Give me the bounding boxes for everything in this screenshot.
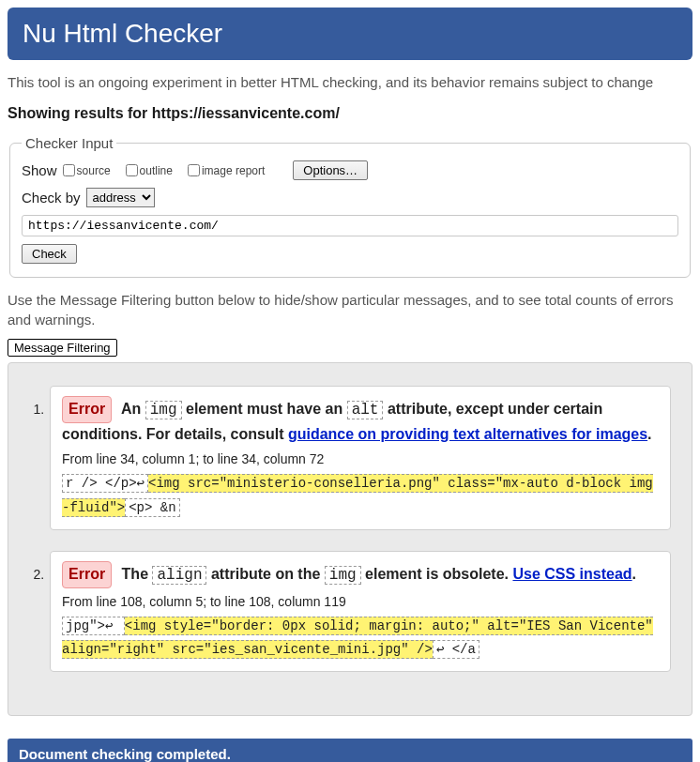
source-checkbox[interactable] <box>63 164 75 176</box>
show-row: Show source outline image report Options… <box>22 160 678 180</box>
message-location: From line 108, column 5; to line 108, co… <box>62 594 659 609</box>
check-button[interactable]: Check <box>22 244 77 264</box>
page-title-bar: Nu Html Checker <box>8 8 692 60</box>
show-label: Show <box>22 162 57 178</box>
message-extract: r /> </p>↩<img src="ministerio-conseller… <box>62 472 659 519</box>
image-report-checkbox-wrap[interactable]: image report <box>188 164 265 177</box>
page-title: Nu Html Checker <box>23 19 222 48</box>
error-badge: Error <box>62 396 112 423</box>
url-input[interactable] <box>22 215 678 236</box>
outline-checkbox-label: outline <box>140 164 173 177</box>
filter-help: Use the Message Filtering button below t… <box>8 291 692 329</box>
message-item: Error The align attribute on the img ele… <box>48 551 671 672</box>
code-token: alt <box>347 401 384 419</box>
check-by-label: Check by <box>22 190 81 206</box>
message-title: Error An img element must have an alt at… <box>62 396 659 447</box>
message-location: From line 34, column 1; to line 34, colu… <box>62 451 659 466</box>
source-checkbox-label: source <box>77 164 111 177</box>
outline-checkbox-wrap[interactable]: outline <box>126 164 173 177</box>
code-token: img <box>325 566 361 585</box>
options-button[interactable]: Options… <box>293 160 368 180</box>
error-badge: Error <box>62 561 112 588</box>
source-checkbox-wrap[interactable]: source <box>63 164 111 177</box>
image-report-checkbox-label: image report <box>202 164 265 177</box>
message-title: Error The align attribute on the img ele… <box>62 561 659 588</box>
checker-legend: Checker Input <box>22 135 116 151</box>
message-item: Error An img element must have an alt at… <box>48 386 671 530</box>
check-row: Check <box>22 244 678 264</box>
url-row <box>22 215 678 236</box>
results-panel: Error An img element must have an alt at… <box>8 362 692 716</box>
guidance-link[interactable]: Use CSS instead <box>512 566 632 582</box>
checker-input-fieldset: Checker Input Show source outline image … <box>9 135 691 278</box>
outline-checkbox[interactable] <box>126 164 138 176</box>
message-box: Error The align attribute on the img ele… <box>50 551 671 672</box>
code-token: img <box>145 401 182 419</box>
results-heading: Showing results for https://iessanvicent… <box>8 105 692 122</box>
guidance-link[interactable]: guidance on providing text alternatives … <box>288 426 647 442</box>
message-box: Error An img element must have an alt at… <box>50 386 671 530</box>
message-list: Error An img element must have an alt at… <box>42 386 671 672</box>
image-report-checkbox[interactable] <box>188 164 200 176</box>
code-token: align <box>152 566 206 585</box>
check-by-row: Check by address <box>22 188 678 207</box>
completion-text: Document checking completed. <box>19 746 231 762</box>
completion-bar: Document checking completed. <box>8 739 692 762</box>
intro-text: This tool is an ongoing experiment in be… <box>8 73 692 92</box>
message-filtering-button[interactable]: Message Filtering <box>8 339 117 357</box>
check-by-select[interactable]: address <box>86 188 155 207</box>
message-extract: jpg">↩ <img style="border: 0px solid; ma… <box>62 615 659 662</box>
